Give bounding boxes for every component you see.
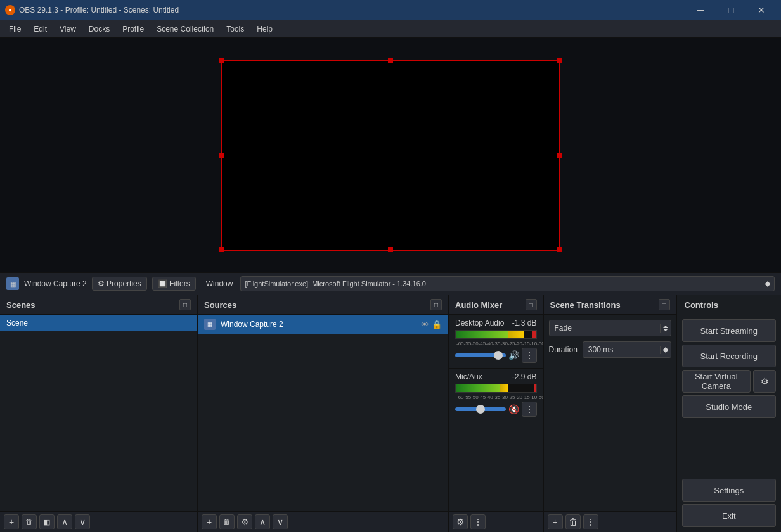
audio-mixer-footer: ⚙ ⋮ [449,511,543,532]
mic-aux-red [534,384,536,392]
duration-value: 300 ms [583,345,660,354]
mic-aux-meter [455,384,537,393]
mic-aux-name: Mic/Aux [455,372,482,381]
handle-mid-right[interactable] [557,153,562,158]
handle-top-center[interactable] [388,58,393,63]
menu-profile[interactable]: Profile [116,20,150,37]
sources-list: ▦ Window Capture 2 👁 🔒 [198,315,448,511]
transition-more-button[interactable]: ⋮ [583,514,598,529]
sources-settings-button[interactable]: ⚙ [237,514,252,529]
desktop-audio-slider[interactable] [455,353,506,357]
window-label: Window [206,279,233,288]
title-bar-controls: ─ □ ✕ [686,0,776,20]
scenes-collapse-button[interactable]: □ [179,299,191,310]
start-streaming-button[interactable]: Start Streaming [682,319,777,342]
mic-aux-more-button[interactable]: ⋮ [522,402,537,417]
menu-file[interactable]: File [3,20,27,37]
sources-panel-header: Sources □ [198,295,448,315]
gear-icon: ⚙ [761,376,769,386]
transition-delete-button[interactable]: 🗑 [565,514,581,529]
source-lock-button[interactable]: 🔒 [432,320,442,329]
handle-bot-left[interactable] [219,247,224,252]
window-select-arrows[interactable] [765,281,770,287]
transition-select[interactable]: Fade [549,320,671,336]
duration-arrow-down [663,350,668,353]
desktop-audio-mute-button[interactable]: 🔊 [508,350,519,360]
sources-delete-button[interactable]: 🗑 [219,514,235,529]
bottom-panel: Scenes □ Scene + 🗑 ◧ ∧ ∨ Sources □ ▦ Win… [0,295,781,532]
preview-area [0,38,781,272]
audio-mixer-collapse-button[interactable]: □ [526,299,537,310]
scenes-panel-footer: + 🗑 ◧ ∧ ∨ [0,511,197,532]
scenes-up-button[interactable]: ∧ [57,514,72,529]
desktop-audio-green [456,331,508,338]
studio-mode-button[interactable]: Studio Mode [682,395,777,418]
desktop-audio-thumb[interactable] [494,351,503,360]
close-button[interactable]: ✕ [747,0,776,20]
minimize-button[interactable]: ─ [686,0,715,20]
preview-canvas[interactable] [221,60,560,251]
transition-arrows[interactable] [660,324,671,332]
sources-panel: Sources □ ▦ Window Capture 2 👁 🔒 + 🗑 ⚙ ∧… [198,295,449,532]
audio-mixer-header: Audio Mixer □ [449,295,543,315]
mic-aux-thumb[interactable] [476,405,485,414]
title-text: OBS 29.1.3 - Profile: Untitled - Scenes:… [19,6,179,15]
sources-add-button[interactable]: + [202,514,217,529]
duration-arrows[interactable] [660,346,671,354]
mic-aux-controls: 🔇 ⋮ [455,402,537,417]
window-select[interactable]: [FlightSimulator.exe]: Microsoft Flight … [240,276,775,291]
desktop-audio-yellow [508,331,524,338]
scenes-add-button[interactable]: + [4,514,19,529]
scenes-delete-button[interactable]: 🗑 [22,514,37,529]
arrow-down-icon [765,284,770,287]
menu-help[interactable]: Help [250,20,279,37]
properties-button[interactable]: ⚙ Properties [92,277,147,291]
scenes-down-button[interactable]: ∨ [75,514,90,529]
menu-view[interactable]: View [53,20,82,37]
settings-button[interactable]: Settings [682,479,777,502]
mic-aux-channel: Mic/Aux -2.9 dB -60-55-50-45-40-35-30-25… [449,369,543,422]
scenes-filter-button[interactable]: ◧ [39,514,55,529]
transition-arrow-down [663,329,668,331]
duration-input[interactable]: 300 ms [583,341,671,358]
app-icon: ● [5,5,15,15]
source-item[interactable]: ▦ Window Capture 2 👁 🔒 [198,315,448,334]
menu-edit[interactable]: Edit [27,20,53,37]
start-virtual-camera-button[interactable]: Start Virtual Camera [682,370,751,393]
menu-docks[interactable]: Docks [82,20,116,37]
handle-top-left[interactable] [219,58,224,63]
transitions-title: Scene Transitions [550,300,621,310]
title-bar: ● OBS 29.1.3 - Profile: Untitled - Scene… [0,0,781,20]
handle-bot-right[interactable] [557,247,562,252]
transition-arrow-up [663,326,668,328]
virtual-camera-settings-button[interactable]: ⚙ [753,370,776,393]
desktop-audio-db: -1.3 dB [512,319,537,327]
transitions-header: Scene Transitions □ [544,295,676,315]
transition-add-button[interactable]: + [548,514,563,529]
source-eye-button[interactable]: 👁 [421,320,429,329]
menu-scene-collection[interactable]: Scene Collection [150,20,220,37]
title-bar-left: ● OBS 29.1.3 - Profile: Untitled - Scene… [5,5,179,15]
desktop-audio-more-button[interactable]: ⋮ [522,348,537,363]
exit-button[interactable]: Exit [682,504,777,527]
audio-mixer-settings-button[interactable]: ⚙ [453,514,468,529]
audio-mixer-more-button[interactable]: ⋮ [470,514,486,529]
handle-bot-center[interactable] [388,247,393,252]
desktop-audio-name: Desktop Audio [455,319,504,327]
handle-mid-left[interactable] [219,153,224,158]
sources-up-button[interactable]: ∧ [255,514,270,529]
scene-transitions-panel: Scene Transitions □ Fade Duration 300 ms… [544,295,677,532]
transitions-collapse-button[interactable]: □ [659,299,670,310]
menu-bar: File Edit View Docks Profile Scene Colle… [0,20,781,38]
scenes-panel: Scenes □ Scene + 🗑 ◧ ∧ ∨ [0,295,198,532]
menu-tools[interactable]: Tools [220,20,250,37]
start-recording-button[interactable]: Start Recording [682,345,777,367]
maximize-button[interactable]: □ [716,0,746,20]
scene-item[interactable]: Scene [0,315,197,331]
mic-aux-slider[interactable] [455,407,506,411]
mic-aux-mute-button[interactable]: 🔇 [508,404,519,414]
handle-top-right[interactable] [557,58,562,63]
filters-button[interactable]: 🔲 Filters [152,277,196,291]
sources-down-button[interactable]: ∨ [273,514,288,529]
sources-collapse-button[interactable]: □ [430,299,442,310]
